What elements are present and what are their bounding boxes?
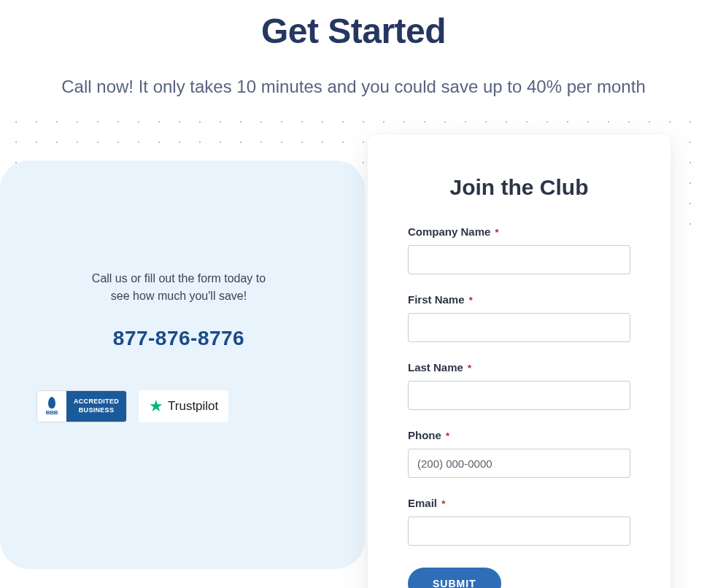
company-field-group: Company Name * [408, 225, 630, 274]
trustpilot-label: Trustpilot [168, 399, 218, 414]
bbb-line1: ACCREDITED [74, 398, 119, 406]
company-label: Company Name * [408, 225, 630, 238]
bbb-label: ACCREDITED BUSINESS [66, 391, 126, 422]
required-marker: * [446, 430, 449, 441]
signup-form: Join the Club Company Name * First Name … [368, 135, 671, 588]
cta-panel: Call us or fill out the form today to se… [0, 160, 365, 569]
bbb-org-text: BBB [46, 409, 58, 416]
email-label: Email * [408, 497, 630, 509]
phone-input[interactable] [408, 449, 630, 478]
star-icon: ★ [149, 398, 163, 414]
phone-label: Phone * [408, 429, 630, 441]
bbb-line2: BUSINESS [74, 406, 119, 415]
trust-badges: BBB ACCREDITED BUSINESS ★ Trustpilot [36, 390, 321, 422]
form-title: Join the Club [408, 175, 630, 200]
trustpilot-badge[interactable]: ★ Trustpilot [139, 390, 228, 422]
last-name-input[interactable] [408, 381, 630, 410]
last-name-label-text: Last Name [408, 361, 463, 374]
page-subtitle: Call now! It only takes 10 minutes and y… [0, 77, 707, 97]
phone-number-link[interactable]: 877-876-8776 [36, 327, 321, 350]
required-marker: * [495, 227, 499, 238]
required-marker: * [468, 363, 471, 374]
email-input[interactable] [408, 517, 630, 546]
submit-button[interactable]: SUBMIT [408, 568, 501, 588]
phone-field-group: Phone * [408, 429, 630, 478]
required-marker: * [469, 295, 473, 306]
company-label-text: Company Name [408, 225, 490, 238]
company-input[interactable] [408, 245, 630, 274]
first-name-label: First Name * [408, 293, 630, 306]
cta-text: Call us or fill out the form today to se… [84, 270, 274, 305]
first-name-input[interactable] [408, 313, 630, 342]
email-field-group: Email * [408, 497, 630, 546]
bbb-logo-icon: BBB [37, 391, 66, 422]
page-title: Get Started [0, 11, 707, 51]
first-name-field-group: First Name * [408, 293, 630, 342]
last-name-label: Last Name * [408, 361, 630, 374]
last-name-field-group: Last Name * [408, 361, 630, 410]
required-marker: * [441, 498, 445, 509]
phone-label-text: Phone [408, 429, 441, 441]
email-label-text: Email [408, 497, 437, 509]
bbb-badge[interactable]: BBB ACCREDITED BUSINESS [36, 390, 127, 422]
first-name-label-text: First Name [408, 293, 465, 306]
